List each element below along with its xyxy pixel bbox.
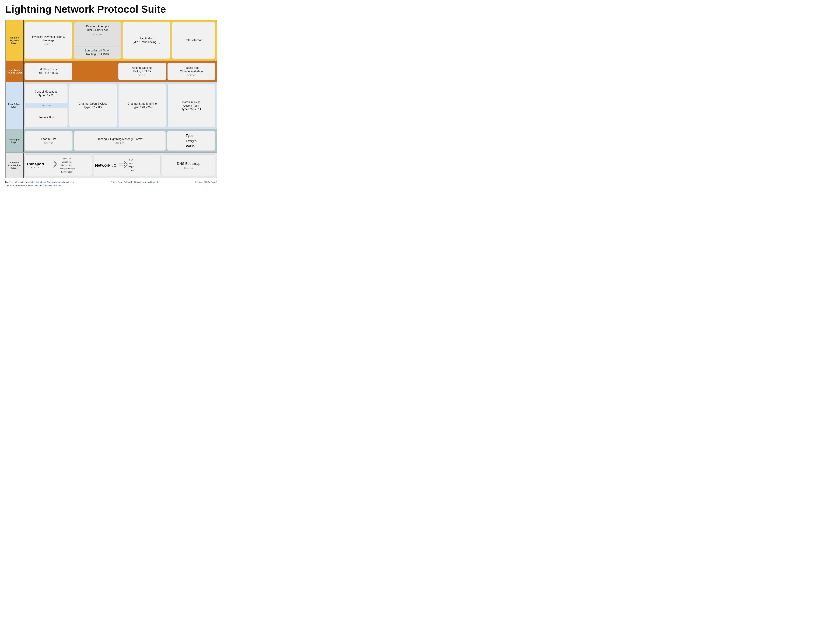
pathfinding-card: Pathfinding (MPP, Rebalancing,...) [123,22,171,59]
dns-bootstrap-card: DNS Bootstrap BOLT 10 [162,155,215,176]
gossip-card: Gossip relaying Query / Reply Type: 256 … [167,84,215,127]
svg-line-9 [53,164,57,168]
control-messages-card: Control Messages Type: 0 - 31 [25,84,68,103]
author-text: Author: Rene Pickhardt - https://ln.rene… [111,181,159,183]
footer: Based on information from https://github… [5,181,217,187]
tlv-card: Type Length Value [167,131,215,151]
messaging-layer-label: Messaging Layer [6,129,23,152]
footer-row-1: Based on information from https://github… [5,181,217,183]
thanks-text: Thanks to Andreas M. Antonopoulos and Ol… [5,185,217,187]
right-section: Path selection [172,22,215,59]
network-layer-row: Network Connection Layer Transport BOLT … [6,153,217,178]
diagram: Reliable Payment Layer Invoices: Payment… [5,20,217,178]
unreliable-routing-row: Unreliable Routing Layer Multihop locks … [6,61,217,82]
channel-state-card: Channel State Machine Type: 128 - 255 [118,84,166,127]
svg-line-5 [53,160,57,164]
network-io-arrow: IPv4 IPv6 TOR2 TOR3 [118,158,134,173]
page-title: Lightning Network Protocol Suite [5,3,217,15]
transport-card: Transport BOLT 08 [25,155,92,176]
based-on-text: Based on information from https://github… [5,181,74,183]
licence-link[interactable]: CC-BY-SA 4.0 [204,181,217,183]
svg-line-8 [53,164,57,166]
p2p-left-col: Control Messages Type: 0 - 31 BOLT 09 Fe… [25,84,68,127]
channel-open-card: Channel Open & Close Type: 32 - 127 [69,84,117,127]
framing-card: Framing & Lightning Message Format BOLT … [74,131,166,151]
messaging-layer-row: Messaging Layer Feature Bits BOLT 09 Fra… [6,129,217,153]
author-link[interactable]: https://ln.rene-pickhardt.de [134,181,159,183]
network-io-card: Network I/O IPv4 IPv6 [93,155,161,176]
network-layer-label: Network Connection Layer [6,153,23,178]
sphinx-spacer [74,63,117,80]
p2p-layer-label: Peer 2 Peer Layer [6,82,23,129]
feature-bits-p2p-card: Feature Bits [25,108,68,127]
based-on-link[interactable]: https://github.com/lightningnetwork/ligh… [30,181,74,183]
bolt04-span-card: Payment Attempts Trial & Error Loop BOLT… [74,22,121,59]
transport-arrow: Noise_XK Secp256k1 Handshakes DH Key Exc… [46,157,74,174]
bolt09-label: BOLT 09 [25,104,68,107]
adding-settling-card: Adding, Settling, Failing HTLCs BOLT 02 [118,63,166,80]
unreliable-layer-label: Unreliable Routing Layer [6,61,23,82]
multihop-card: Multihop locks (HTLC / PTLC) [25,63,72,80]
p2p-cards-row: Control Messages Type: 0 - 31 BOLT 09 Fe… [25,84,215,127]
invoices-card: Invoices: Payment Hash & Preimage BOLT 1… [25,22,73,59]
svg-line-6 [53,162,57,164]
reliable-payment-row: Reliable Payment Layer Invoices: Payment… [6,20,217,61]
p2p-layer-row: Peer 2 Peer Layer Control Messages Type:… [6,82,217,129]
reliable-layer-label: Reliable Payment Layer [6,20,23,60]
feature-bits-messaging-card: Feature Bits BOLT 09 [25,131,73,151]
path-selection-card: Path selection [172,22,215,59]
routing-fees-card: Routing fees Channel metadata BOLT 07 [167,63,215,80]
licence-text: Licence: CC-BY-SA 4.0 [195,181,217,183]
